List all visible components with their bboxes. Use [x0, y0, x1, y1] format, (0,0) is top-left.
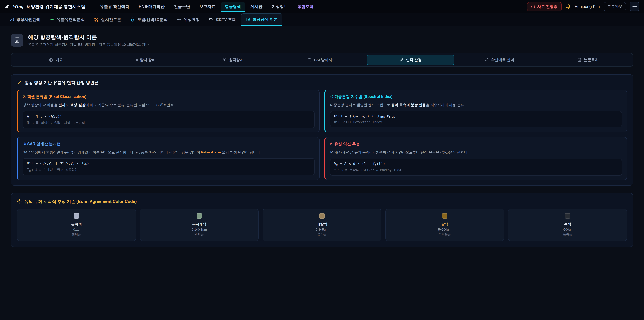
nav-item-spill-forecast[interactable]: 유출유 확산예측	[96, 2, 133, 12]
chart-icon	[246, 17, 250, 22]
nav-item-reports[interactable]: 보고자료	[196, 2, 219, 12]
bonn-layer: 광택층	[21, 232, 132, 236]
tab-detection-equipment[interactable]: 탐지 장비	[101, 55, 188, 65]
bonn-range: >200μm	[512, 228, 623, 231]
page-title-group: 해양 항공탐색·원격탐사 이론 유출유 원격탐지·항공감시 기법·ESI 방제정…	[28, 34, 149, 47]
method-card-title: ④ 유량 역산 추정	[330, 141, 622, 147]
document-icon	[578, 58, 582, 62]
bonn-name: 메탈릭	[266, 222, 378, 226]
subtab-label: 영상사진관리	[16, 17, 40, 22]
tab-remote-sensing[interactable]: 원격탐사	[190, 55, 277, 65]
method-card-body: 면적(A)과 평균 유막 두께(d) 및 풍화 경과 시간(t)으로부터 원래 …	[330, 149, 622, 155]
page-title: 해양 항공탐색·원격탐사 이론	[28, 34, 149, 41]
formula-note: N: 기름 픽셀수, GSD: 지상 표본거리	[27, 121, 310, 125]
antenna-icon	[222, 58, 226, 62]
subtab-label: 위성요청	[184, 17, 200, 22]
main-navigation: 유출유 확산예측 HNS·대기확산 긴급구난 보고자료 항공탐색 게시판 기상정…	[96, 0, 317, 13]
method-card-title: ① 픽셀 분류법 (Pixel Classification)	[23, 94, 314, 99]
tab-label: 탐지 장비	[140, 57, 156, 62]
user-name: Eunjeong Kim	[575, 4, 600, 9]
color-swatch	[74, 213, 79, 219]
hamburger-menu-button[interactable]	[630, 2, 639, 11]
subtab-satellite-request[interactable]: 위성요청	[172, 14, 204, 26]
radar-icon	[134, 58, 138, 62]
brand[interactable]: Wing 해양환경 위기대응 통합시스템	[5, 4, 86, 10]
satellite-icon	[177, 18, 181, 22]
tab-label: 개요	[56, 57, 63, 62]
subtab-pollution-ship-3d[interactable]: 오염/선박3D분석	[126, 14, 172, 26]
logout-button[interactable]: 로그아웃	[604, 2, 626, 11]
subtab-oil-area-analysis[interactable]: 유출유면적분석	[46, 14, 89, 26]
pencil-icon	[17, 80, 22, 85]
formula-block: A = Noil × (GSD)2 N: 기름 픽셀수, GSD: 지상 표본거…	[23, 111, 314, 128]
nav-item-weather[interactable]: 기상정보	[268, 2, 292, 12]
topbar-right: 사고 진행중 Eunjeong Kim 로그아웃	[527, 2, 639, 11]
palette-icon	[17, 199, 22, 204]
subtab-label: 유출유면적분석	[57, 17, 85, 22]
app-title: 해양환경 위기대응 통합시스템	[26, 4, 85, 10]
tab-label: 원격탐사	[229, 57, 244, 62]
bonn-item-silver-gray: 은회색 < 0.1μm 광택층	[17, 209, 136, 241]
tab-esi-map[interactable]: ESI 방제지도	[278, 55, 365, 65]
tab-label: 확산예측 연계	[491, 57, 514, 62]
brand-logo-text: Wing	[13, 4, 24, 9]
bell-icon	[566, 4, 571, 9]
formula: V0 = A × d / (1 - fe(t))	[334, 162, 618, 166]
bonn-grid: 은회색 < 0.1μm 광택층 무지개색 0.1~0.3μm 박막층 메탈릭 0…	[17, 209, 627, 241]
map-icon	[308, 58, 312, 62]
nav-item-integrated-search[interactable]: 통합조회	[294, 2, 317, 12]
bonn-panel: 유막 두께 시각적 추정 기준 (Bonn Agreement Color Co…	[11, 193, 633, 247]
bonn-panel-header: 유막 두께 시각적 추정 기준 (Bonn Agreement Color Co…	[17, 199, 627, 204]
formula-block: OSDI = (BNIR-BRed) / (BNIR+BRed) Oil Spi…	[330, 111, 622, 127]
notification-bell-button[interactable]	[566, 4, 571, 9]
tab-label: 면적 산정	[406, 57, 422, 62]
tab-papers-patents[interactable]: 논문특허	[544, 55, 632, 65]
bonn-range: < 0.1μm	[21, 228, 132, 231]
top-navbar: Wing 해양환경 위기대응 통합시스템 유출유 확산예측 HNS·대기확산 긴…	[0, 0, 644, 14]
method-card-title: ③ SAR 임계값 분리법	[23, 141, 314, 147]
method-card-pixel-classification: ① 픽셀 분류법 (Pixel Classification) 광학 영상의 각…	[17, 90, 320, 132]
droplet-icon	[130, 18, 135, 22]
formula: A = Noil × (GSD)2	[27, 114, 310, 119]
tab-diffusion-link[interactable]: 확산예측 연계	[456, 55, 543, 65]
method-card-title: ② 다중분광 지수법 (Spectral Index)	[330, 94, 622, 99]
nav-item-emergency-rescue[interactable]: 긴급구난	[170, 2, 194, 12]
sparkle-icon	[50, 18, 54, 22]
method-cards-grid: ① 픽셀 분류법 (Pixel Classification) 광학 영상의 각…	[17, 90, 627, 180]
nav-item-board[interactable]: 게시판	[247, 2, 266, 12]
tab-area-calculation[interactable]: 면적 산정	[366, 55, 454, 65]
bonn-layer: 박막층	[144, 232, 255, 236]
nav-item-aerial-search[interactable]: 항공탐색	[221, 2, 245, 12]
bonn-range: 5~200μm	[389, 228, 500, 231]
tab-overview[interactable]: 개요	[12, 55, 100, 65]
bonn-item-brown: 갈색 5~200μm 두꺼운층	[386, 209, 504, 241]
bonn-item-rainbow: 무지개색 0.1~0.3μm 박막층	[140, 209, 258, 241]
page-document-icon	[11, 34, 24, 47]
hamburger-icon	[632, 5, 637, 9]
subtab-cctv-search[interactable]: CCTV 조회	[205, 14, 240, 26]
methods-panel: 항공 영상 기반 유출유 면적 산정 방법론 ① 픽셀 분류법 (Pixel C…	[11, 74, 633, 186]
subtab-label: 실시간드론	[101, 17, 121, 22]
sub-navbar: 영상사진관리 유출유면적분석 실시간드론 오염/선박3D분석 위성요청	[0, 14, 644, 26]
globe-icon	[49, 58, 53, 62]
drone-icon	[94, 18, 98, 22]
subtab-aerial-search-theory[interactable]: 항공탐색 이론	[241, 14, 282, 26]
incident-status-badge[interactable]: 사고 진행중	[527, 2, 562, 11]
tab-label: ESI 방제지도	[314, 57, 336, 62]
subtab-image-photo-management[interactable]: 영상사진관리	[5, 14, 45, 26]
formula-note: fe: 누적 증발률 (Stiver & Mackay 1984)	[334, 168, 618, 172]
color-swatch	[196, 213, 202, 219]
bonn-range: 0.3~5μm	[266, 228, 378, 231]
subtab-realtime-drone[interactable]: 실시간드론	[90, 14, 126, 26]
page-header: 해양 항공탐색·원격탐사 이론 유출유 원격탐지·항공감시 기법·ESI 방제정…	[11, 34, 633, 47]
pencil-icon	[400, 58, 404, 62]
bonn-name: 흑색	[512, 222, 623, 226]
nav-item-hns-diffusion[interactable]: HNS·대기확산	[135, 2, 168, 12]
alert-icon	[531, 5, 535, 9]
link-icon	[485, 58, 489, 62]
subtab-label: 항공탐색 이론	[252, 17, 278, 22]
bonn-name: 은회색	[21, 222, 132, 226]
method-card-volume-inversion: ④ 유량 역산 추정 면적(A)과 평균 유막 두께(d) 및 풍화 경과 시간…	[324, 137, 627, 180]
method-card-sar-threshold: ③ SAR 임계값 분리법 SAR 영상에서 후방산란계수(σ°)의 임계값 이…	[17, 137, 320, 180]
methods-panel-header: 항공 영상 기반 유출유 면적 산정 방법론	[17, 80, 627, 85]
